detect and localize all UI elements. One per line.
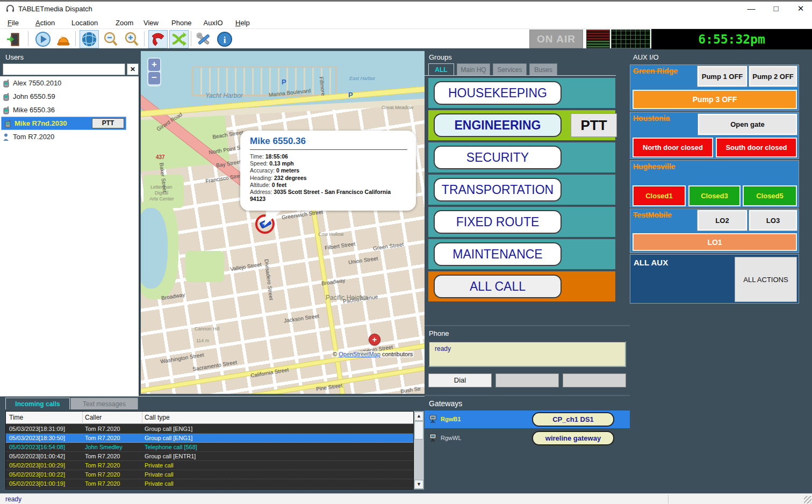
group-call-button[interactable]: HOUSEKEEPING — [434, 81, 562, 105]
gateway-row[interactable]: RgwB1 CP_ch1 DS1 — [425, 411, 630, 428]
maximize-button[interactable]: □ — [765, 4, 787, 15]
map-label: Pacific Heights — [326, 294, 368, 301]
group-call-button[interactable]: ALL CALL — [434, 275, 562, 298]
clear-search-button[interactable]: ✕ — [127, 63, 139, 75]
phone-button-3[interactable] — [563, 373, 626, 387]
call-cell: 05/02/2023[01:00:22] — [9, 471, 65, 478]
popup-detail-row: Address: 3035 Scott Street - San Francis… — [250, 189, 407, 203]
scroll-thumb[interactable] — [414, 421, 423, 440]
map-zoom-in-button[interactable]: + — [148, 59, 160, 71]
destination-marker[interactable]: + — [369, 334, 380, 345]
menu-auxio[interactable]: AuxIO — [202, 18, 225, 28]
users-search-input[interactable] — [3, 63, 125, 75]
user-row[interactable]: John 6550.59 — [0, 90, 139, 103]
call-row[interactable]: 05/02/2023[01:00:22]Tom R7.2020Private c… — [6, 470, 413, 479]
scroll-up-button[interactable]: ▲ — [414, 412, 423, 421]
status-bar: ready — [0, 493, 812, 504]
lo1-button[interactable]: LO1 — [633, 233, 797, 251]
menu-view[interactable]: View — [141, 18, 161, 28]
group-call-button[interactable]: ENGINEERING — [434, 113, 562, 137]
open-gate-button[interactable]: Open gate — [698, 114, 797, 135]
calls-scrollbar[interactable]: ▲ ▼ — [414, 411, 424, 489]
close-button[interactable]: ✕ — [790, 4, 811, 15]
menu-action[interactable]: Action — [33, 18, 57, 28]
aux-section-testmobile: TestMobile LO2 LO3 LO1 — [630, 208, 799, 253]
pump2-button[interactable]: Pump 2 OFF — [749, 66, 797, 87]
call-row[interactable]: 05/02/2023[01:00:19]Tom R7.2020Private c… — [6, 479, 413, 488]
group-row-maintenance: MAINTENANCE — [428, 239, 615, 269]
call-row[interactable]: 05/02/2023[01:00:42]Tom R7.2020Group cal… — [6, 452, 413, 461]
menu-phone[interactable]: Phone — [169, 18, 194, 28]
group-row-transportation: TRANSPORTATION — [428, 175, 615, 205]
call-row[interactable]: 05/03/2023[18:31:09]Tom R7.2020Group cal… — [6, 424, 413, 434]
group-call-button[interactable]: SECURITY — [434, 146, 562, 169]
user-row[interactable]: Alex 7550.2010 — [0, 76, 139, 90]
map-label: 114 m — [196, 338, 209, 343]
user-label: Tom R7.2020 — [13, 133, 54, 141]
play-icon[interactable] — [33, 30, 53, 48]
tab-incoming-calls[interactable]: Incoming calls — [5, 398, 70, 409]
info-icon[interactable]: i — [215, 30, 234, 48]
tab-text-messages[interactable]: Text messages — [70, 398, 138, 409]
call-cell: Group call [ENTR1] — [145, 453, 196, 459]
osm-link[interactable]: OpenStreetMap — [339, 351, 380, 357]
menu-zoom[interactable]: Zoom — [113, 18, 135, 28]
popup-detail-row: Speed: 0.13 mph — [250, 160, 407, 167]
radio-icon — [2, 106, 11, 114]
tab-all[interactable]: ALL — [428, 63, 454, 75]
call-row[interactable]: 05/03/2023[16:54:08]John SmedleyTelephon… — [6, 443, 413, 452]
user-ptt-button[interactable]: PTT — [92, 118, 124, 128]
user-row[interactable]: Mike 6550.36 — [0, 103, 139, 117]
user-row[interactable]: Tom R7.2020 — [0, 130, 139, 143]
minimize-button[interactable]: — — [741, 4, 762, 15]
group-call-button[interactable]: TRANSPORTATION — [434, 178, 562, 201]
exit-door-icon[interactable] — [4, 30, 24, 48]
map-popup-title: Mike 6550.36 — [250, 136, 407, 147]
north-door-button[interactable]: North door closed — [633, 138, 713, 157]
call-transfer-icon[interactable] — [169, 30, 189, 48]
siren-icon[interactable] — [54, 30, 73, 48]
group-call-button[interactable]: FIXED ROUTE — [434, 210, 562, 234]
group-row-fixed-route: FIXED ROUTE — [428, 207, 615, 237]
gateway-row[interactable]: RgwWL wireline gateway — [425, 429, 630, 447]
map-view[interactable]: Yacht HarborEast HarborMarina BoulevardG… — [141, 51, 425, 394]
map-zoom-control: + − — [147, 57, 161, 87]
group-call-button[interactable]: MAINTENANCE — [434, 242, 562, 266]
closed1-button[interactable]: Closed1 — [633, 185, 686, 206]
zoom-out-icon[interactable] — [101, 30, 120, 48]
scroll-down-button[interactable]: ▼ — [414, 480, 423, 489]
gateway-action-button[interactable]: CP_ch1 DS1 — [532, 412, 614, 427]
phone-call-icon[interactable] — [148, 30, 168, 48]
closed5-button[interactable]: Closed5 — [743, 185, 797, 206]
phone-button-2[interactable] — [495, 373, 559, 387]
user-row[interactable]: Mike R7nd.2030PTT — [1, 117, 126, 130]
lo3-button[interactable]: LO3 — [749, 210, 797, 231]
resize-grip[interactable] — [804, 496, 811, 503]
menu-file[interactable]: File — [5, 18, 21, 28]
clock-time: 6:55:32pm — [651, 32, 812, 46]
dial-button[interactable]: Dial — [428, 373, 492, 387]
menu-location[interactable]: Location — [69, 18, 100, 28]
menu-help[interactable]: Help — [233, 18, 252, 28]
map-zoom-out-button[interactable]: − — [148, 72, 160, 84]
gateway-action-button[interactable]: wireline gateway — [532, 431, 614, 445]
pump1-button[interactable]: Pump 1 OFF — [698, 66, 747, 87]
tab-services[interactable]: Services — [493, 63, 527, 75]
tools-icon[interactable] — [194, 30, 213, 48]
map-globe-icon[interactable] — [80, 30, 99, 48]
lo2-button[interactable]: LO2 — [698, 210, 747, 231]
group-ptt-button[interactable]: PTT — [571, 113, 617, 137]
pump3-button[interactable]: Pump 3 OFF — [633, 90, 797, 109]
call-cell: Tom R7.2020 — [85, 435, 120, 441]
zoom-in-icon[interactable] — [122, 30, 141, 48]
closed3-button[interactable]: Closed3 — [688, 185, 741, 206]
tab-main-hq[interactable]: Main HQ — [457, 63, 490, 75]
all-actions-button[interactable]: ALL ACTIONS — [735, 257, 797, 302]
call-row[interactable]: 05/02/2023[01:00:29]Tom R7.2020Private c… — [6, 461, 413, 470]
clock-display: 6:55:32pm — [651, 29, 812, 50]
groups-rows: HOUSEKEEPINGENGINEERINGPTTSECURITYTRANSP… — [428, 78, 615, 304]
call-row[interactable]: 05/03/2023[18:30:50]Tom R7.2020Group cal… — [6, 434, 413, 443]
south-door-button[interactable]: South door closed — [716, 138, 797, 157]
call-cell: 05/02/2023[01:00:42] — [9, 453, 65, 459]
tab-buses[interactable]: Buses — [529, 63, 557, 75]
